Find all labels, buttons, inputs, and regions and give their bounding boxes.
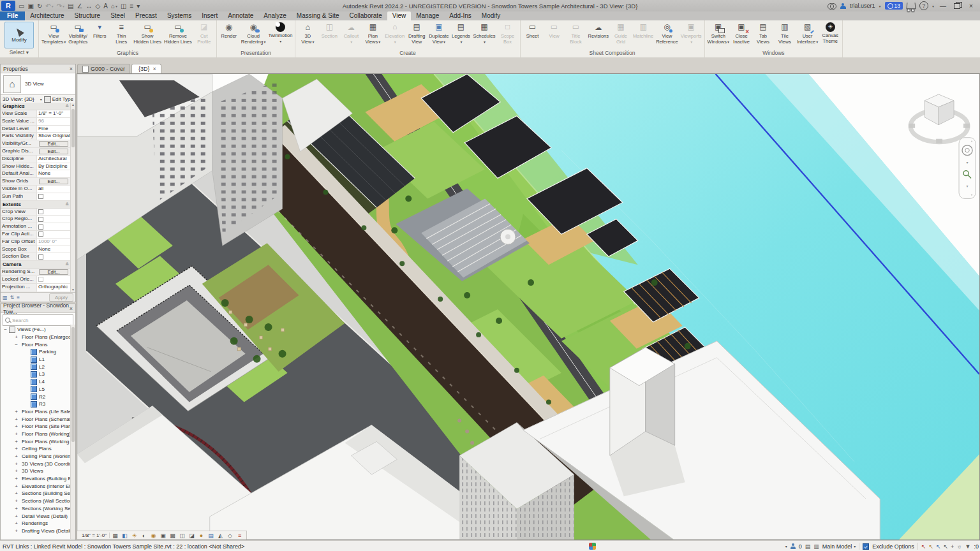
ribbon-button[interactable]: Filters [89, 21, 110, 40]
expand-collapse-icon[interactable]: + [13, 431, 19, 437]
ribbon-button[interactable]: Viewports [679, 21, 703, 45]
ribbon-tab[interactable]: Structure [70, 11, 106, 20]
property-row[interactable]: Sun Path [1, 193, 71, 201]
expand-collapse-icon[interactable]: − [13, 342, 19, 348]
ribbon-button[interactable]: Title Block [565, 21, 587, 45]
browser-tree-item[interactable]: + Floor Plans (Enlarged Plan) [1, 334, 70, 341]
ribbon-button[interactable]: Section [318, 21, 340, 40]
ribbon-tab[interactable]: Architecture [25, 11, 69, 20]
worksharing-caret-icon[interactable]: ▾ [785, 544, 787, 548]
browser-tree-item[interactable]: + Floor Plans (Schematic Plan) [1, 415, 70, 423]
ribbon-button[interactable]: View Templates [40, 21, 67, 45]
apply-button[interactable]: Apply [49, 293, 73, 302]
ribbon-button[interactable]: Cloud Rendering [240, 21, 267, 45]
expand-collapse-icon[interactable]: + [13, 409, 19, 415]
property-row[interactable]: Annotation ... [1, 223, 71, 231]
analytical-model-icon[interactable]: ◭ [216, 532, 225, 540]
close-button[interactable]: × [966, 2, 976, 10]
browser-scrollbar[interactable] [70, 325, 75, 539]
browser-tree-item[interactable]: + Drafting Views (Detail) [1, 527, 70, 535]
browser-tree-item[interactable]: + 3D Views (3D Coordination) [1, 460, 70, 467]
panel-label[interactable]: Presentation [217, 49, 295, 57]
browser-search-input[interactable]: Search [3, 314, 73, 326]
close-view-icon[interactable]: × [153, 66, 156, 72]
search-icon[interactable] [828, 3, 836, 9]
browser-tree-item[interactable]: + Floor Plans (Site Plan) [1, 423, 70, 430]
worksets-icon[interactable]: ▤ [805, 543, 811, 550]
properties-header[interactable]: Properties × [1, 64, 75, 73]
browser-tree-item[interactable]: + Renderings [1, 520, 70, 527]
expand-collapse-icon[interactable]: + [13, 513, 19, 519]
ribbon-tab[interactable]: Systems [162, 11, 197, 20]
browser-tree-item[interactable]: − Floor Plans [1, 341, 70, 348]
filter-icon[interactable]: ▥ [3, 295, 8, 300]
close-project-browser-icon[interactable]: × [70, 305, 73, 312]
expand-collapse-icon[interactable]: + [13, 468, 19, 474]
select-pinned-toggle-icon[interactable]: ↖ [936, 543, 941, 550]
expand-collapse-icon[interactable]: + [13, 334, 19, 340]
reveal-hidden-elements-icon[interactable]: ● [197, 532, 206, 540]
ribbon-tab[interactable]: Steel [105, 11, 130, 20]
ribbon-button[interactable]: Cut Profile [193, 21, 215, 45]
panel-label[interactable]: Sheet Composition [521, 49, 704, 57]
browser-tree-item[interactable]: + Floor Plans (Working) [1, 430, 70, 438]
ribbon-button[interactable]: Plan Views [362, 21, 383, 45]
trial-countdown-badge[interactable]: 13 [885, 2, 903, 10]
browser-tree-item[interactable]: L3 [1, 371, 70, 378]
help-icon[interactable]: ? [919, 1, 928, 10]
section-icon[interactable]: ◫ [119, 1, 128, 11]
sun-path-icon[interactable]: ☀ [130, 532, 139, 540]
property-row[interactable]: Far Clip Acti... [1, 231, 71, 239]
select-by-face-toggle-icon[interactable]: ↖ [943, 543, 948, 550]
signed-in-user[interactable]: trial.user1 [850, 3, 875, 9]
default-3d-view-icon[interactable]: ⌂▾ [110, 1, 119, 11]
thin-lines-icon[interactable]: ≡ [128, 1, 135, 11]
property-row[interactable]: Discipline Architectural [1, 156, 71, 163]
ribbon-button[interactable]: Switch Windows [706, 21, 731, 45]
crop-region-icon[interactable]: ▩ [168, 532, 177, 540]
ribbon-button[interactable]: Tile Views [774, 21, 796, 45]
properties-section-header[interactable]: Extents [1, 201, 71, 209]
browser-tree-item[interactable]: − Views (Fe...) [1, 326, 70, 334]
properties-scrollbar[interactable]: ▲▼ [70, 103, 75, 293]
ribbon-button[interactable]: Schedules [471, 21, 496, 45]
property-row[interactable]: Projection ... Orthographic [1, 284, 71, 291]
ribbon-button[interactable]: Remove Hidden Lines [163, 21, 193, 45]
panel-label[interactable]: Graphics [39, 49, 216, 57]
ribbon-tab[interactable]: Analyze [258, 11, 292, 20]
browser-tree-item[interactable]: + 3D Views [1, 467, 70, 475]
scale-button[interactable]: 1/8" = 1'-0" [79, 533, 110, 538]
ribbon-button[interactable]: Visibility/ Graphics [67, 21, 89, 45]
property-row[interactable]: Parts Visibility Show Original [1, 133, 71, 140]
expand-collapse-icon[interactable]: + [13, 483, 19, 489]
expand-collapse-icon[interactable]: + [13, 439, 19, 444]
minimize-button[interactable]: — [938, 2, 948, 10]
property-row[interactable]: Default Anal... None [1, 170, 71, 178]
exclude-options-checkbox[interactable] [863, 543, 869, 550]
browser-tree-item[interactable]: L1 [1, 356, 70, 364]
ribbon-button[interactable]: 3D View [297, 21, 318, 45]
ribbon-button[interactable]: Twinmotion [267, 21, 293, 45]
close-properties-icon[interactable]: × [70, 66, 73, 72]
property-row[interactable]: Section Box [1, 253, 71, 261]
browser-tree-item[interactable]: L2 [1, 363, 70, 371]
expand-collapse-icon[interactable]: + [13, 498, 19, 504]
ribbon-tab[interactable]: Precast [130, 11, 162, 20]
ribbon-tab[interactable]: Modify [477, 11, 505, 20]
ribbon-button[interactable]: Close Inactive [731, 21, 752, 45]
type-selector[interactable]: ⌂ 3D View [1, 73, 75, 95]
editable-only-icon[interactable] [791, 543, 796, 549]
lock-3d-view-icon[interactable]: ◫ [177, 532, 187, 540]
browser-tree-item[interactable]: + Ceiling Plans [1, 445, 70, 453]
property-row[interactable]: Show Grids Edit... [1, 178, 71, 186]
view-tab[interactable]: G000 - Cover [77, 64, 130, 73]
ribbon-button[interactable]: Thin Lines [110, 21, 132, 45]
ribbon-button[interactable]: Revisions [587, 21, 611, 40]
property-row[interactable]: Scale Value ... 96 [1, 118, 71, 126]
ribbon-tab[interactable]: Insert [197, 11, 223, 20]
browser-tree-item[interactable]: L4 [1, 378, 70, 386]
browser-tree-item[interactable]: + Floor Plans (Life Safety Plan) [1, 408, 70, 416]
purchase-cart-icon[interactable] [906, 3, 916, 9]
drag-on-selection-toggle-icon[interactable]: + [951, 543, 954, 550]
ribbon-button[interactable]: Duplicate View [427, 21, 450, 45]
